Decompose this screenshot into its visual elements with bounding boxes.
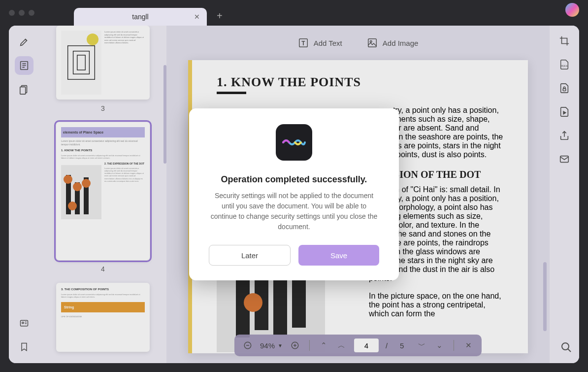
- tab-title: tangll: [132, 13, 148, 21]
- window-controls[interactable]: [9, 10, 34, 16]
- close-tab-icon[interactable]: ✕: [194, 13, 200, 21]
- dialog-message: Security settings will not be applied to…: [209, 191, 379, 232]
- new-tab-button[interactable]: +: [217, 10, 223, 22]
- operation-complete-dialog: Operation completed successfully. Securi…: [189, 108, 399, 280]
- minimize-window-btn[interactable]: [19, 10, 25, 16]
- modal-backdrop: Operation completed successfully. Securi…: [9, 26, 579, 363]
- dialog-title: Operation completed successfully.: [209, 174, 379, 185]
- save-button[interactable]: Save: [298, 245, 379, 266]
- app-icon: [276, 124, 312, 161]
- document-tab[interactable]: tangll ✕: [74, 8, 207, 26]
- user-avatar[interactable]: [565, 3, 579, 17]
- maximize-window-btn[interactable]: [29, 10, 34, 16]
- close-window-btn[interactable]: [9, 10, 15, 16]
- later-button[interactable]: Later: [209, 245, 291, 266]
